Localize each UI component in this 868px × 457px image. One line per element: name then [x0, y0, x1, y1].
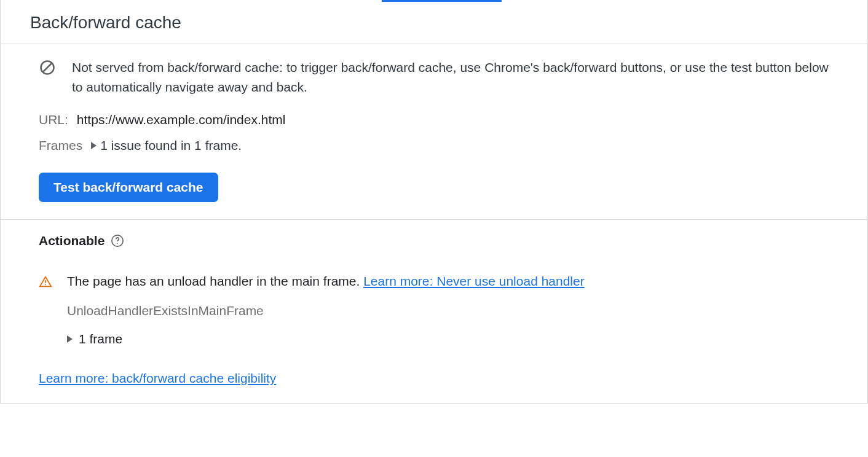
- info-message: Not served from back/forward cache: to t…: [72, 58, 829, 96]
- page-title: Back/forward cache: [30, 13, 838, 33]
- url-row: URL: https://www.example.com/index.html: [39, 112, 829, 127]
- frames-row[interactable]: Frames 1 issue found in 1 frame.: [39, 138, 829, 153]
- issue-description: The page has an unload handler in the ma…: [67, 274, 363, 288]
- url-value: https://www.example.com/index.html: [77, 112, 286, 127]
- issue-id: UnloadHandlerExistsInMainFrame: [67, 303, 829, 318]
- warning-icon: [39, 275, 52, 289]
- not-allowed-icon: [39, 59, 56, 76]
- svg-point-5: [45, 284, 46, 286]
- frame-disclosure[interactable]: 1 frame: [67, 332, 829, 346]
- frames-disclosure[interactable]: 1 issue found in 1 frame.: [91, 138, 242, 153]
- disclosure-triangle-icon: [67, 335, 73, 343]
- issue-learn-more-link[interactable]: Learn more: Never use unload handler: [363, 274, 585, 288]
- actionable-section: Actionable The page has an unload handle…: [1, 220, 867, 403]
- issue-row: The page has an unload handler in the ma…: [39, 274, 829, 289]
- frame-count: 1 frame: [79, 332, 122, 346]
- panel-header: Back/forward cache: [1, 2, 867, 44]
- active-tab-indicator: [1, 0, 867, 2]
- frames-summary: 1 issue found in 1 frame.: [100, 138, 242, 153]
- help-icon[interactable]: [111, 234, 124, 248]
- svg-point-3: [117, 243, 118, 244]
- svg-line-1: [43, 63, 52, 72]
- actionable-header: Actionable: [39, 233, 829, 248]
- info-row: Not served from back/forward cache: to t…: [39, 58, 829, 96]
- actionable-title: Actionable: [39, 233, 105, 248]
- test-bfcache-button[interactable]: Test back/forward cache: [39, 173, 218, 202]
- bottom-link-row: Learn more: back/forward cache eligibili…: [39, 371, 829, 386]
- issue-text: The page has an unload handler in the ma…: [67, 274, 585, 289]
- main-content: Not served from back/forward cache: to t…: [1, 44, 867, 220]
- url-label: URL:: [39, 112, 68, 127]
- frames-label: Frames: [39, 138, 82, 153]
- disclosure-triangle-icon: [91, 142, 97, 149]
- bfcache-panel: Back/forward cache Not served from back/…: [0, 0, 868, 404]
- eligibility-learn-more-link[interactable]: Learn more: back/forward cache eligibili…: [39, 371, 276, 385]
